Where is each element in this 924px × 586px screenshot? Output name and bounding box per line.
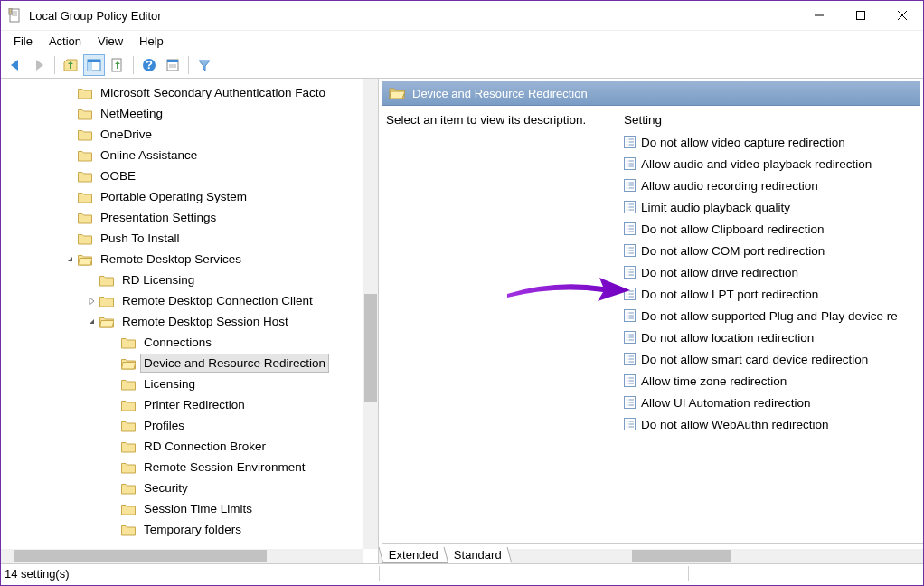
help-button[interactable]: ? (138, 54, 160, 76)
tree-item[interactable]: Portable Operating System (1, 186, 363, 207)
tree-item[interactable]: OneDrive (1, 124, 363, 145)
svg-point-83 (627, 334, 628, 336)
tree-item[interactable]: Microsoft Secondary Authentication Facto (1, 82, 363, 103)
setting-item[interactable]: Do not allow drive redirection (623, 261, 923, 283)
svg-point-71 (627, 293, 628, 295)
properties-button[interactable] (162, 54, 184, 76)
folder-icon (78, 191, 92, 203)
menu-file[interactable]: File (6, 33, 40, 50)
column-header-setting[interactable]: Setting (623, 113, 923, 131)
chevron-right-icon[interactable] (86, 295, 99, 307)
tree-item-label: NetMeeting (97, 104, 166, 123)
minimize-button[interactable] (798, 1, 840, 30)
tree-item[interactable]: Remote Session Environment (1, 457, 363, 477)
horizontal-scrollbar[interactable] (1, 549, 363, 563)
show-hide-tree-button[interactable] (83, 54, 105, 76)
setting-item[interactable]: Allow UI Automation redirection (623, 392, 923, 413)
svg-point-87 (627, 339, 628, 341)
svg-point-20 (627, 138, 628, 140)
expander-spacer (108, 357, 120, 370)
tree-item[interactable]: Remote Desktop Session Host (1, 311, 363, 332)
tree-item[interactable]: Push To Install (1, 228, 363, 249)
tree-item[interactable]: NetMeeting (1, 103, 363, 124)
tree-item-label: Remote Desktop Session Host (118, 312, 292, 331)
tree-item[interactable]: Device and Resource Redirection (1, 353, 363, 373)
title-bar: Local Group Policy Editor (1, 1, 923, 30)
tree-item[interactable]: Security (1, 477, 363, 498)
svg-point-94 (627, 361, 628, 363)
tree-item[interactable]: RD Licensing (1, 269, 363, 290)
svg-point-90 (627, 355, 628, 357)
policy-setting-icon (623, 265, 637, 279)
svg-point-101 (627, 383, 628, 384)
tree-item[interactable]: Presentation Settings (1, 207, 363, 228)
svg-rect-6 (857, 12, 865, 20)
tree-item[interactable]: OOBE (1, 165, 363, 186)
tree-item[interactable]: Session Time Limits (1, 498, 363, 519)
tree-item[interactable]: Remote Desktop Services (1, 249, 363, 269)
tree-item[interactable]: Online Assistance (1, 145, 363, 165)
chevron-down-icon[interactable] (86, 316, 99, 328)
tree-item-label: Microsoft Secondary Authentication Facto (97, 83, 329, 102)
setting-label: Do not allow COM port redirection (641, 244, 825, 258)
svg-point-64 (627, 271, 628, 273)
tree-item-label: Licensing (140, 374, 199, 393)
back-button[interactable] (5, 54, 26, 76)
detail-header-title: Device and Resource Redirection (412, 87, 588, 100)
setting-item[interactable]: Do not allow location redirection (623, 326, 923, 348)
setting-item[interactable]: Do not allow LPT port redirection (623, 283, 923, 305)
svg-point-106 (627, 402, 628, 403)
policy-setting-icon (623, 200, 637, 214)
menu-view[interactable]: View (90, 33, 130, 50)
maximize-button[interactable] (840, 1, 882, 30)
tree-item[interactable]: Printer Redirection (1, 394, 363, 415)
folder-icon (99, 274, 114, 287)
filter-button[interactable] (193, 54, 215, 76)
policy-setting-icon (623, 135, 637, 149)
setting-label: Do not allow video capture redirection (641, 136, 845, 149)
folder-icon (99, 316, 114, 328)
forward-button[interactable] (28, 54, 50, 76)
tree-item[interactable]: Connections (1, 332, 363, 353)
setting-item[interactable]: Do not allow Clipboard redirection (623, 218, 923, 240)
tree-item-label: Remote Desktop Services (97, 250, 245, 269)
svg-point-22 (627, 141, 628, 143)
main-content: Microsoft Secondary Authentication Facto… (1, 79, 923, 563)
svg-point-76 (627, 312, 628, 314)
folder-icon (121, 482, 136, 495)
setting-item[interactable]: Do not allow COM port redirection (623, 240, 923, 261)
export-list-button[interactable] (107, 54, 128, 76)
tab-standard[interactable]: Standard (444, 547, 513, 563)
up-one-level-button[interactable] (60, 54, 81, 76)
tree-item[interactable]: Remote Desktop Connection Client (1, 290, 363, 311)
svg-point-50 (627, 228, 628, 230)
setting-item[interactable]: Allow audio recording redirection (623, 175, 923, 196)
tree-item[interactable]: Licensing (1, 373, 363, 394)
expander-spacer (64, 87, 77, 99)
setting-item[interactable]: Allow time zone redirection (623, 370, 923, 392)
tab-extended[interactable]: Extended (379, 547, 449, 563)
setting-item[interactable]: Do not allow video capture redirection (623, 131, 923, 153)
svg-point-104 (627, 399, 628, 401)
setting-item[interactable]: Allow audio and video playback redirecti… (623, 153, 923, 175)
chevron-down-icon[interactable] (64, 253, 77, 266)
setting-item[interactable]: Do not allow WebAuthn redirection (623, 413, 923, 435)
setting-item[interactable]: Do not allow smart card device redirecti… (623, 348, 923, 370)
tree-item[interactable]: Profiles (1, 415, 363, 436)
description-panel: Select an item to view its description. (386, 113, 623, 543)
tree-item[interactable]: RD Connection Broker (1, 436, 363, 457)
setting-label: Allow time zone redirection (641, 374, 787, 388)
svg-point-73 (627, 296, 628, 298)
tree-item[interactable]: Temporary folders (1, 519, 363, 540)
detail-header: Device and Resource Redirection (382, 81, 920, 106)
close-button[interactable] (882, 1, 923, 30)
expander-spacer (108, 336, 120, 349)
app-icon (8, 8, 23, 23)
policy-tree[interactable]: Microsoft Secondary Authentication Facto… (1, 79, 363, 540)
vertical-scrollbar[interactable] (363, 79, 378, 549)
setting-item[interactable]: Limit audio playback quality (623, 196, 923, 218)
menu-action[interactable]: Action (42, 33, 89, 50)
svg-point-27 (627, 160, 628, 162)
menu-help[interactable]: Help (132, 33, 171, 50)
setting-item[interactable]: Do not allow supported Plug and Play dev… (623, 305, 923, 326)
